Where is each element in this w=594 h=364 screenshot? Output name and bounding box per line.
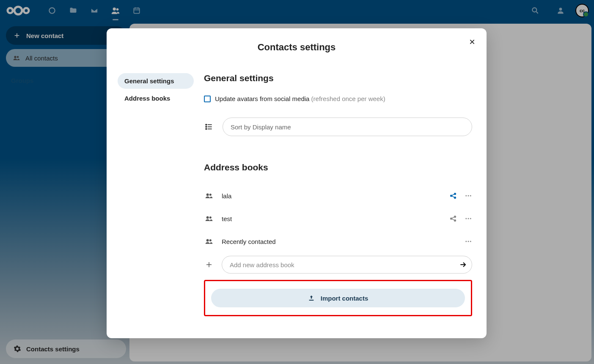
svg-point-46: [209, 239, 212, 241]
update-avatars-checkbox[interactable]: Update avatars from social media (refres…: [204, 95, 472, 102]
add-addressbook-input[interactable]: Add new address book: [222, 256, 454, 274]
svg-point-48: [468, 241, 469, 242]
upload-icon: [308, 295, 315, 301]
more-icon[interactable]: [465, 238, 472, 245]
svg-line-30: [452, 194, 454, 195]
nav-general-settings[interactable]: General settings: [118, 73, 194, 89]
addressbook-row-lala: lala: [204, 184, 472, 207]
people-icon: [204, 237, 214, 246]
svg-point-45: [206, 239, 209, 242]
people-icon: [204, 192, 214, 200]
svg-point-43: [468, 218, 469, 219]
addressbook-name: test: [222, 215, 442, 222]
svg-line-41: [452, 219, 454, 220]
import-contacts-button[interactable]: Import contacts: [211, 289, 465, 307]
general-heading: General settings: [204, 73, 472, 83]
addressbook-name: lala: [222, 192, 442, 200]
svg-line-31: [452, 196, 454, 197]
addressbook-name: Recently contacted: [222, 238, 457, 245]
nav-address-books[interactable]: Address books: [118, 90, 194, 106]
svg-point-34: [470, 195, 471, 197]
import-label: Import contacts: [321, 295, 368, 302]
svg-point-35: [206, 216, 209, 219]
modal-title: Contacts settings: [118, 42, 476, 53]
close-icon: [469, 38, 476, 45]
highlight-annotation: Import contacts: [204, 280, 472, 316]
checkbox-icon: [204, 96, 211, 102]
svg-line-40: [452, 217, 454, 218]
svg-point-24: [206, 129, 207, 130]
arrow-right-icon: [459, 260, 468, 269]
addressbook-row-recent: Recently contacted: [204, 230, 472, 253]
svg-point-44: [470, 218, 471, 219]
share-icon[interactable]: [449, 192, 457, 200]
sort-select[interactable]: Sort by Display name: [223, 118, 472, 136]
more-icon[interactable]: [465, 215, 472, 222]
addressbooks-heading: Address books: [204, 162, 472, 172]
svg-point-32: [465, 195, 467, 197]
add-addressbook-submit[interactable]: [454, 256, 472, 274]
close-button[interactable]: [465, 34, 480, 49]
svg-point-25: [206, 194, 209, 196]
svg-point-49: [470, 241, 471, 242]
svg-point-42: [465, 218, 467, 219]
checkbox-label: Update avatars from social media: [215, 95, 309, 102]
addressbook-row-test: test: [204, 207, 472, 230]
svg-point-26: [209, 194, 212, 196]
svg-point-47: [465, 241, 467, 242]
svg-point-22: [206, 124, 207, 126]
svg-point-33: [468, 195, 469, 197]
share-icon[interactable]: [449, 215, 457, 222]
svg-point-23: [206, 126, 207, 128]
modal-nav: General settings Address books: [118, 73, 194, 316]
contacts-settings-modal: Contacts settings General settings Addre…: [107, 28, 487, 338]
svg-point-36: [209, 216, 212, 219]
people-icon: [204, 214, 214, 223]
checkbox-hint: (refreshed once per week): [311, 95, 385, 102]
list-sort-icon: [204, 123, 214, 131]
more-icon[interactable]: [465, 192, 472, 200]
plus-icon: [204, 261, 214, 268]
